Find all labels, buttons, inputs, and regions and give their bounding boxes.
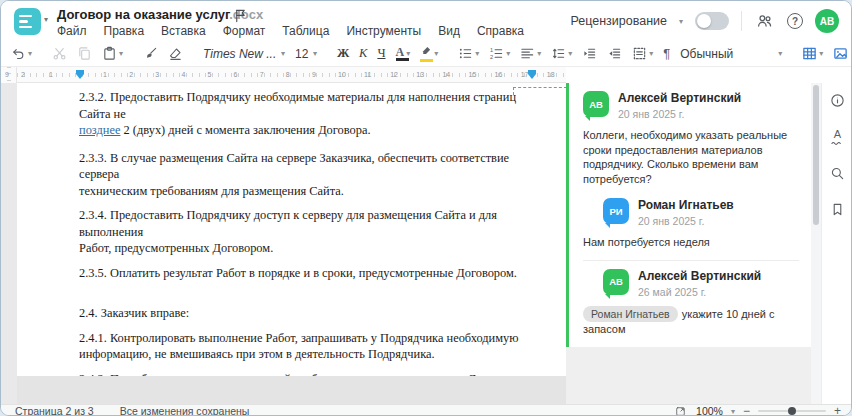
app-menu-caret-icon[interactable]: ▾ xyxy=(44,15,48,24)
menu-view[interactable]: Вид xyxy=(438,24,460,38)
font-family-value: Times New ... xyxy=(203,47,279,61)
page-gap xyxy=(17,376,566,404)
zoom-slider-handle[interactable] xyxy=(788,407,796,415)
highlight-caret-icon[interactable]: ▾ xyxy=(434,49,438,58)
clear-formatting-button[interactable] xyxy=(166,44,185,63)
bullet-list-caret-icon[interactable]: ▾ xyxy=(475,49,479,58)
menu-insert[interactable]: Вставка xyxy=(161,24,206,38)
search-icon[interactable] xyxy=(830,166,845,181)
align-caret-icon[interactable]: ▾ xyxy=(537,49,541,58)
undo-button[interactable]: ▾ xyxy=(9,44,34,63)
show-formatting-marks-button[interactable]: ¶ xyxy=(661,44,672,63)
comment-anchor-tick xyxy=(513,87,514,95)
menu-bar: Файл Правка Вставка Формат Таблица Инстр… xyxy=(57,24,524,38)
app-logo-icon[interactable] xyxy=(14,8,41,35)
help-icon[interactable]: ? xyxy=(787,13,803,29)
comment-avatar: РИ xyxy=(603,198,629,224)
paragraph-style-select[interactable]: Обычный ▾ xyxy=(678,45,784,63)
mention-chip[interactable]: Роман Игнатьев xyxy=(583,306,678,323)
undo-caret-icon[interactable]: ▾ xyxy=(28,49,32,58)
zoom-slider[interactable] xyxy=(758,410,826,412)
menu-tools[interactable]: Инструменты xyxy=(346,24,421,38)
menu-file[interactable]: Файл xyxy=(57,24,87,38)
header: ▾ Договор на оказание услуг.docx Файл Пр… xyxy=(1,1,851,41)
page-indicator[interactable]: Страница 2 из 3 xyxy=(15,405,94,416)
review-toggle[interactable] xyxy=(695,12,729,30)
bullet-list-button[interactable]: ▾ xyxy=(456,44,481,63)
italic-button[interactable]: К xyxy=(357,44,369,63)
paragraph[interactable]: 2.3.3. В случае размещения Сайта на серв… xyxy=(79,150,534,200)
paragraph[interactable]: 2.4.1. Контролировать выполнение Работ, … xyxy=(79,330,534,363)
fit-page-icon[interactable] xyxy=(673,404,688,416)
font-size-select[interactable]: 12 ▾ xyxy=(293,45,319,63)
zoom-in-button[interactable]: + xyxy=(834,406,841,416)
comment-reply[interactable]: АВ Алексей Вертинский 26 май 2025 г. Ром… xyxy=(583,269,799,337)
paste-caret-icon[interactable]: ▾ xyxy=(119,49,123,58)
horizontal-ruler[interactable]: 21123456789101112131415161718 xyxy=(17,67,566,83)
line-spacing-button[interactable]: ▾ xyxy=(549,44,574,63)
toolbar: ▾ ▾ Times New ... ▾ 12 ▾ Ж К xyxy=(1,41,851,67)
document-page[interactable]: 2.3.2. Предоставить Подрядчику необходим… xyxy=(17,83,566,376)
bold-button[interactable]: Ж xyxy=(335,44,351,63)
comment-date: 20 янв 2025 г. xyxy=(618,108,741,120)
comments-panel: АВ Алексей Вертинский 20 янв 2025 г. Кол… xyxy=(566,83,811,404)
paragraph[interactable]: 2.3.2. Предоставить Подрядчику необходим… xyxy=(79,89,534,139)
paragraph-settings-button[interactable]: ▾ xyxy=(630,44,655,63)
underline-button[interactable]: Ч xyxy=(375,44,387,63)
line-spacing-caret-icon[interactable]: ▾ xyxy=(568,49,572,58)
spellcheck-icon[interactable]: А xyxy=(831,129,844,145)
header-right: Рецензирование ▾ ? АВ xyxy=(570,1,839,41)
comment-avatar: АВ xyxy=(603,269,629,295)
comment-author: Алексей Вертинский xyxy=(618,91,741,105)
paragraph-style-caret-icon[interactable]: ▾ xyxy=(778,49,782,58)
user-avatar[interactable]: АВ xyxy=(815,9,839,33)
zoom-value[interactable]: 100% xyxy=(696,405,723,416)
document-title-text: Договор на оказание услуг xyxy=(57,7,229,22)
bookmark-icon[interactable] xyxy=(830,202,845,217)
comment-author: Роман Игнатьев xyxy=(638,198,734,212)
insert-table-button[interactable]: ▾ xyxy=(800,44,825,63)
paragraph-settings-caret-icon[interactable]: ▾ xyxy=(649,49,653,58)
svg-text:1: 1 xyxy=(490,47,493,53)
highlight-color-button[interactable]: ▾ xyxy=(418,44,440,64)
insert-table-caret-icon[interactable]: ▾ xyxy=(819,49,823,58)
font-family-select[interactable]: Times New ... ▾ xyxy=(201,45,287,63)
status-bar: Страница 2 из 3 Все изменения сохранены … xyxy=(1,404,851,416)
insert-image-button[interactable] xyxy=(831,44,850,63)
format-painter-button[interactable] xyxy=(141,44,160,63)
comment-thread[interactable]: АВ Алексей Вертинский 20 янв 2025 г. Кол… xyxy=(566,83,811,347)
review-caret-icon[interactable]: ▾ xyxy=(679,17,683,26)
indent-increase-button[interactable] xyxy=(580,44,599,63)
vertical-scrollbar[interactable] xyxy=(811,83,821,404)
font-size-caret-icon[interactable]: ▾ xyxy=(313,49,317,58)
paragraph[interactable]: 2.4. Заказчик вправе: xyxy=(79,305,534,322)
menu-help[interactable]: Справка xyxy=(477,24,524,38)
align-button[interactable]: ▾ xyxy=(518,44,543,63)
copy-button[interactable] xyxy=(75,44,94,63)
font-family-caret-icon[interactable]: ▾ xyxy=(281,49,285,58)
toggle-knob xyxy=(697,14,711,28)
font-color-button[interactable]: А ▾ xyxy=(394,45,413,63)
paste-button[interactable]: ▾ xyxy=(100,44,125,63)
review-mode-dropdown[interactable]: Рецензирование xyxy=(570,14,667,28)
highlight-icon xyxy=(420,46,432,62)
paragraph[interactable]: 2.3.5. Оплатить результат Работ в порядк… xyxy=(79,265,534,282)
paragraph[interactable]: 2.3.4. Предоставить Подрядчику доступ к … xyxy=(79,207,534,257)
menu-edit[interactable]: Правка xyxy=(104,24,145,38)
tracked-insertion[interactable]: позднее xyxy=(79,123,120,137)
numbered-list-caret-icon[interactable]: ▾ xyxy=(506,49,510,58)
menu-format[interactable]: Формат xyxy=(223,24,266,38)
comment-reply[interactable]: РИ Роман Игнатьев 20 янв 2025 г. Нам пот… xyxy=(583,198,799,250)
document-info-icon[interactable] xyxy=(830,93,845,108)
indent-decrease-button[interactable] xyxy=(605,44,624,63)
cut-button[interactable] xyxy=(50,44,69,63)
menu-table[interactable]: Таблица xyxy=(282,24,329,38)
header-divider xyxy=(741,11,742,31)
numbered-list-button[interactable]: 12 ▾ xyxy=(487,44,512,63)
collaboration-users-icon[interactable] xyxy=(754,11,775,32)
scrollbar-thumb[interactable] xyxy=(813,85,819,225)
font-color-caret-icon[interactable]: ▾ xyxy=(406,49,410,58)
comment[interactable]: АВ Алексей Вертинский 20 янв 2025 г. Кол… xyxy=(583,91,799,186)
zoom-out-button[interactable]: − xyxy=(743,406,750,416)
zoom-caret-icon[interactable]: ▾ xyxy=(731,407,735,416)
